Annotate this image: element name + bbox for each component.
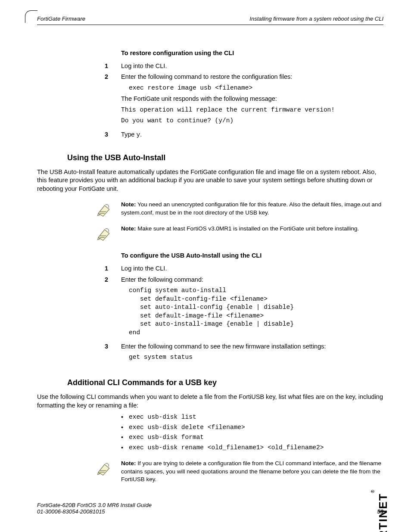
step-body: Enter the following command to restore t… [121,73,383,128]
step-number: 2 [37,73,121,128]
section-heading: Using the USB Auto-Install [67,152,383,163]
running-header: FortiGate Firmware Installing firmware f… [37,16,383,25]
code-block: Do you want to continue? (y/n) [121,117,383,125]
page-footer: FortiGate-620B FortiOS 3.0 MR6 Install G… [37,502,383,515]
step-text: Type [121,131,136,138]
note-icon [37,460,121,476]
step-text: Enter the following command: [121,276,383,284]
step-row: 3 Enter the following command to see the… [37,342,383,364]
step-body: Type y. [121,131,383,140]
step-body: Enter the following command: config syst… [121,276,383,340]
page-content: To restore configuration using the CLI 1… [37,49,383,483]
note-label: Note: [121,201,136,208]
inline-code: y [136,131,140,138]
step-text: . [140,131,142,138]
step-text: The FortiGate unit responds with the fol… [121,95,383,103]
step-number: 1 [37,62,121,71]
note-label: Note: [121,460,136,467]
step-body: Enter the following command to see the n… [121,342,383,364]
page-corner-decoration [25,10,37,23]
procedure-title: To restore configuration using the CLI [121,49,383,58]
footer-line: 01-30006-83054-20081015 [37,508,383,515]
page-number: 53 [377,508,383,515]
step-number: 3 [37,342,121,364]
note-body: Note: Make sure at least FortiOS v3.0MR1… [121,225,383,233]
step-number: 3 [37,131,121,140]
note-text: Make sure at least FortiOS v3.0MR1 is in… [136,225,359,232]
step-row: 1 Log into the CLI. [37,264,383,273]
step-body: Log into the CLI. [121,62,383,71]
step-row: 2 Enter the following command: config sy… [37,276,383,340]
command-list: exec usb-disk list exec usb-disk delete … [121,413,383,452]
paragraph: Use the following CLI commands when you … [37,393,383,410]
note-text: You need an unencrypted configuration fi… [121,201,381,215]
note-icon [37,201,121,217]
procedure-title: To configure the USB Auto-Install using … [121,252,383,260]
list-item: exec usb-disk format [121,433,383,442]
note-label: Note: [121,225,136,232]
step-row: 3 Type y. [37,131,383,140]
code-block: config system auto-install set default-c… [129,286,383,337]
paragraph: The USB Auto-Install feature automatical… [37,168,383,193]
step-number: 2 [37,276,121,340]
list-item: exec usb-disk delete <filename> [121,423,383,432]
step-body: Log into the CLI. [121,264,383,273]
note-row: Note: You need an unencrypted configurat… [37,201,383,217]
note-text: If you are trying to delete a configurat… [121,460,381,482]
note-body: Note: If you are trying to delete a conf… [121,460,383,483]
step-text: Enter the following command to restore t… [121,73,383,81]
note-body: Note: You need an unencrypted configurat… [121,201,383,216]
step-row: 1 Log into the CLI. [37,62,383,71]
note-icon [37,225,121,241]
step-number: 1 [37,264,121,273]
code-block: get system status [129,353,383,362]
step-text: Enter the following command to see the n… [121,342,383,351]
code-block: This operation will replace the current … [121,106,383,115]
list-item: exec usb-disk rename <old_filename1> <ol… [121,444,383,452]
list-item: exec usb-disk list [121,413,383,422]
note-row: Note: Make sure at least FortiOS v3.0MR1… [37,225,383,241]
section-heading: Additional CLI Commands for a USB key [67,377,383,388]
header-right: Installing firmware from a system reboot… [249,16,383,22]
header-left: FortiGate Firmware [37,16,85,22]
note-row: Note: If you are trying to delete a conf… [37,460,383,483]
footer-line: FortiGate-620B FortiOS 3.0 MR6 Install G… [37,502,383,508]
code-block: exec restore image usb <filename> [129,84,383,93]
step-row: 2 Enter the following command to restore… [37,73,383,128]
